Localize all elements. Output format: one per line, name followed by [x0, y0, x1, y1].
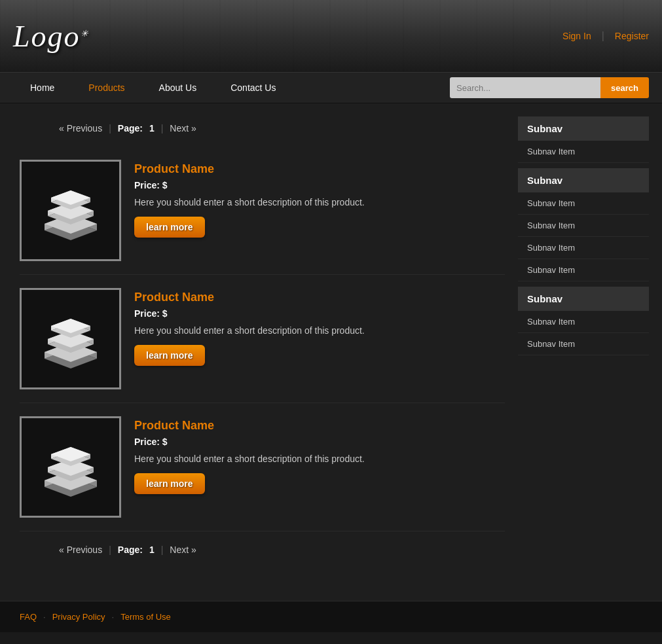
product-desc-3: Here you should enter a short descriptio…	[134, 454, 365, 464]
subnav-item[interactable]: Subnav Item	[518, 333, 649, 355]
subnav-item[interactable]: Subnav Item	[518, 192, 649, 215]
subnav-header-1: Subnav	[518, 116, 649, 141]
page-label-bottom: Page:	[118, 545, 143, 555]
subnav-divider	[518, 281, 649, 287]
pagination-top: « Previous | Page: 1 | Next »	[20, 116, 505, 147]
search-button[interactable]: search	[600, 77, 649, 98]
product-info-3: Product Name Price: $ Here you should en…	[134, 416, 365, 518]
learn-more-btn-1[interactable]: learn more	[134, 217, 205, 238]
subnav-item[interactable]: Subnav Item	[518, 311, 649, 333]
product-image-1	[20, 160, 121, 261]
product-name-1: Product Name	[134, 162, 365, 176]
product-image-3	[20, 416, 121, 518]
footer-faq[interactable]: FAQ	[20, 612, 37, 622]
logo-star: ✳	[81, 29, 88, 39]
product-desc-2: Here you should enter a short descriptio…	[134, 325, 365, 336]
nav-products[interactable]: Products	[71, 72, 141, 103]
subnav-item[interactable]: Subnav Item	[518, 215, 649, 237]
product-item: Product Name Price: $ Here you should en…	[20, 403, 505, 531]
prev-link-top[interactable]: « Previous	[59, 123, 102, 134]
footer-terms[interactable]: Terms of Use	[120, 612, 171, 622]
learn-more-btn-2[interactable]: learn more	[134, 345, 205, 366]
product-svg-1	[31, 171, 110, 250]
subnav-header-2: Subnav	[518, 168, 649, 192]
logo: Logo✳	[13, 19, 88, 54]
prev-link-bottom[interactable]: « Previous	[59, 545, 102, 555]
nav-home[interactable]: Home	[13, 72, 71, 103]
header: Logo✳ Sign In | Register	[0, 0, 662, 72]
subnav-item[interactable]: Subnav Item	[518, 237, 649, 259]
product-svg-3	[31, 428, 110, 507]
next-link-bottom[interactable]: Next »	[170, 545, 196, 555]
product-item: Product Name Price: $ Here you should en…	[20, 147, 505, 275]
subnav-item[interactable]: Subnav Item	[518, 141, 649, 163]
nav-contact[interactable]: Contact Us	[213, 72, 293, 103]
main-content: « Previous | Page: 1 | Next »	[0, 103, 662, 601]
search-input[interactable]	[450, 77, 600, 98]
next-link-top[interactable]: Next »	[170, 123, 196, 134]
footer-privacy[interactable]: Privacy Policy	[52, 612, 105, 622]
product-svg-2	[31, 300, 110, 378]
subnav-item[interactable]: Subnav Item	[518, 259, 649, 281]
nav-about[interactable]: About Us	[142, 72, 214, 103]
product-image-2	[20, 288, 121, 389]
page-label-top: Page:	[118, 123, 143, 134]
product-list-area: « Previous | Page: 1 | Next »	[20, 116, 505, 588]
page-num-top: 1	[149, 123, 155, 134]
product-price-2: Price: $	[134, 308, 365, 319]
logo-text: Logo	[13, 20, 81, 53]
signin-link[interactable]: Sign In	[562, 31, 591, 41]
product-price-1: Price: $	[134, 180, 365, 190]
learn-more-btn-3[interactable]: learn more	[134, 473, 205, 494]
sidebar: Subnav Subnav Item Subnav Subnav Item Su…	[518, 116, 649, 588]
product-info-2: Product Name Price: $ Here you should en…	[134, 288, 365, 389]
product-info-1: Product Name Price: $ Here you should en…	[134, 160, 365, 261]
subnav-divider	[518, 163, 649, 168]
page-num-bottom: 1	[149, 545, 155, 555]
product-desc-1: Here you should enter a short descriptio…	[134, 197, 365, 207]
footer: FAQ · Privacy Policy · Terms of Use	[0, 601, 662, 632]
register-link[interactable]: Register	[615, 31, 649, 41]
auth-area: Sign In | Register	[562, 30, 649, 42]
navbar: Home Products About Us Contact Us search	[0, 72, 662, 103]
pagination-bottom: « Previous | Page: 1 | Next »	[20, 531, 505, 555]
subnav-header-3: Subnav	[518, 287, 649, 311]
search-area: search	[450, 77, 649, 98]
product-item: Product Name Price: $ Here you should en…	[20, 275, 505, 403]
product-name-2: Product Name	[134, 291, 365, 304]
product-name-3: Product Name	[134, 419, 365, 433]
product-price-3: Price: $	[134, 437, 365, 447]
